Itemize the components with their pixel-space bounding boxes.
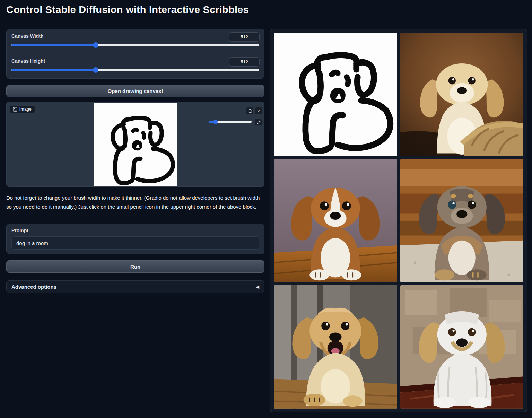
image-type-badge: Image — [9, 105, 35, 113]
prompt-input[interactable] — [11, 236, 259, 250]
close-icon[interactable]: × — [255, 107, 262, 115]
output-gallery — [270, 29, 527, 412]
dog-scribble-drawing — [94, 103, 177, 186]
advanced-options-label: Advanced options — [11, 284, 56, 290]
run-button[interactable]: Run — [6, 260, 264, 273]
pencil-glyph — [256, 120, 261, 124]
generated-dog-image — [400, 285, 524, 409]
generated-dog-image — [274, 159, 397, 282]
app-window: Control Stable Diffusion with Interactiv… — [0, 0, 532, 418]
gallery-scribble-image — [274, 33, 397, 156]
canvas-height-label: Canvas Height — [11, 58, 45, 64]
canvas-height-row: Canvas Height — [7, 54, 264, 78]
gallery-item-photo[interactable] — [274, 285, 397, 409]
gallery-item-photo[interactable] — [400, 159, 524, 282]
generated-dog-image — [400, 33, 524, 156]
generated-dog-image — [274, 285, 397, 409]
image-badge-label: Image — [19, 107, 32, 112]
slider-thumb[interactable] — [93, 67, 98, 73]
prompt-label: Prompt — [11, 228, 259, 233]
brush-size-slider[interactable] — [209, 121, 252, 123]
gallery-item-scribble[interactable] — [274, 33, 397, 156]
slider-thumb[interactable] — [93, 42, 98, 48]
gallery-item-photo[interactable] — [400, 33, 524, 156]
page-title: Control Stable Diffusion with Interactiv… — [6, 4, 249, 16]
open-canvas-button[interactable]: Open drawing canvas! — [6, 85, 264, 97]
gallery-item-photo[interactable] — [400, 285, 524, 409]
slider-fill — [11, 44, 96, 46]
pencil-icon[interactable] — [255, 119, 262, 126]
advanced-options-accordion[interactable]: Advanced options ◀ — [6, 280, 264, 293]
picture-icon — [13, 107, 17, 112]
slider-thumb[interactable] — [213, 120, 218, 124]
instruction-text: Do not forget to change your brush width… — [6, 193, 264, 211]
undo-arrow-icon — [248, 109, 252, 113]
canvas-width-input[interactable] — [229, 32, 260, 42]
gallery-item-photo[interactable] — [274, 159, 397, 282]
undo-button[interactable] — [246, 107, 254, 115]
canvas-width-label: Canvas Width — [11, 33, 43, 39]
canvas-height-input[interactable] — [229, 57, 260, 67]
controls-column: Control Stable Diffusion with Interactiv… — [6, 0, 264, 418]
canvas-size-panel: Canvas Width Canvas Height — [6, 29, 264, 79]
canvas-width-slider[interactable] — [11, 44, 259, 46]
generated-dog-image — [400, 159, 524, 282]
drawing-canvas[interactable] — [94, 103, 177, 186]
slider-fill — [11, 69, 96, 71]
accordion-collapse-icon: ◀ — [256, 284, 259, 289]
canvas-height-slider[interactable] — [11, 69, 259, 71]
prompt-panel: Prompt — [6, 224, 264, 254]
canvas-width-row: Canvas Width — [7, 29, 264, 54]
image-editor-block: Image × — [6, 102, 264, 187]
